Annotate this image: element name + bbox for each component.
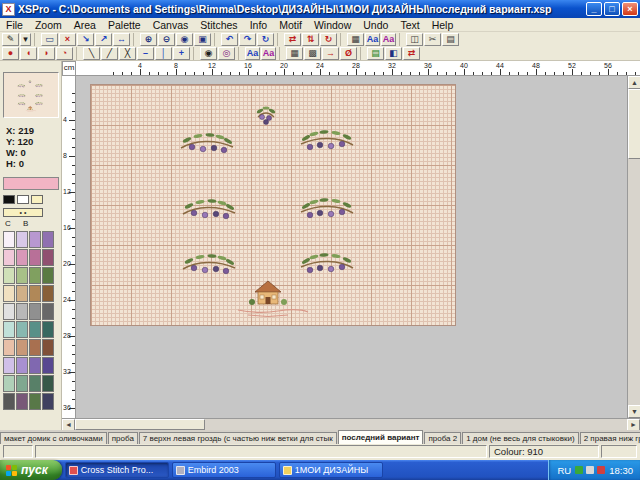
menu-info[interactable]: Info — [244, 18, 274, 32]
french-knot-tool[interactable]: ◉ — [200, 47, 217, 60]
cut-button[interactable]: ✂ — [424, 33, 441, 46]
bead-tool[interactable]: ◎ — [218, 47, 235, 60]
thread-swatch-2[interactable] — [31, 195, 43, 204]
palette-swatch[interactable] — [29, 267, 41, 284]
draw-direction[interactable]: → — [322, 47, 339, 60]
menu-palette[interactable]: Palette — [102, 18, 147, 32]
clear-selection[interactable]: × — [59, 33, 76, 46]
palette-swatch[interactable] — [16, 303, 28, 320]
menu-zoom[interactable]: Zoom — [29, 18, 68, 32]
palette-swatch[interactable] — [29, 231, 41, 248]
palette-swatch[interactable] — [42, 267, 54, 284]
menu-undo[interactable]: Undo — [357, 18, 394, 32]
palette-swatch[interactable] — [16, 285, 28, 302]
vertical-scrollbar[interactable]: ▲ ▼ — [627, 76, 640, 418]
menu-canvas[interactable]: Canvas — [147, 18, 195, 32]
tray-icon-1[interactable] — [586, 466, 594, 474]
palette-swatch[interactable] — [16, 375, 28, 392]
menu-text[interactable]: Text — [394, 18, 425, 32]
palette-swatch[interactable] — [3, 231, 15, 248]
backstitch-diag-up[interactable]: ╱ — [101, 47, 118, 60]
blend-swatch[interactable]: • • — [3, 208, 43, 217]
palette-swatch[interactable] — [16, 249, 28, 266]
palette-swatch[interactable] — [42, 393, 54, 410]
quarter-stitch[interactable]: ◔ — [56, 47, 73, 60]
text-tool-small[interactable]: Aa — [245, 47, 260, 60]
motif-repeat[interactable]: ▩ — [304, 47, 321, 60]
palette-swatch[interactable] — [16, 339, 28, 356]
palette-swatch[interactable] — [42, 339, 54, 356]
pattern-tab-6[interactable]: 2 правая ниж гр — [580, 432, 640, 444]
palette-swatch[interactable] — [29, 303, 41, 320]
grid-toggle[interactable]: ▦ — [347, 33, 364, 46]
full-stitch-tool[interactable]: ● — [2, 47, 19, 60]
palette-swatch[interactable] — [3, 285, 15, 302]
refresh-view[interactable]: ↻ — [257, 33, 274, 46]
font-normal[interactable]: Aa — [365, 33, 380, 46]
minimize-button[interactable]: _ — [586, 2, 602, 16]
arrow-up-right[interactable]: ↗ — [95, 33, 112, 46]
palette-swatch[interactable] — [3, 321, 15, 338]
thread-swatch-1[interactable] — [17, 195, 29, 204]
close-button[interactable]: × — [622, 2, 638, 16]
palette-swatch[interactable] — [3, 249, 15, 266]
taskbar-task-2[interactable]: 1МОИ ДИЗАЙНЫ — [279, 462, 383, 478]
palette-swatch[interactable] — [29, 285, 41, 302]
pattern-tab-0[interactable]: макет домик с оливочками — [0, 432, 107, 444]
menu-motif[interactable]: Motif — [273, 18, 308, 32]
palette-swatch[interactable] — [29, 375, 41, 392]
pan-tool[interactable]: ↔ — [113, 33, 130, 46]
flip-vertical[interactable]: ⇅ — [302, 33, 319, 46]
palette-swatch[interactable] — [16, 321, 28, 338]
palette-swatch[interactable] — [29, 357, 41, 374]
backstitch-vertical[interactable]: │ — [155, 47, 172, 60]
vertical-scroll-thumb[interactable] — [628, 89, 640, 159]
palette-swatch[interactable] — [16, 357, 28, 374]
pattern-tab-3[interactable]: последний вариант — [338, 430, 424, 444]
palette-swatch[interactable] — [16, 231, 28, 248]
flip-horizontal[interactable]: ⇄ — [284, 33, 301, 46]
backstitch-diag-down[interactable]: ╲ — [83, 47, 100, 60]
start-button[interactable]: пуск — [0, 460, 62, 480]
redo-button[interactable]: ↷ — [239, 33, 256, 46]
menu-window[interactable]: Window — [308, 18, 357, 32]
palette-swatch[interactable] — [42, 231, 54, 248]
palette-swatch[interactable] — [29, 393, 41, 410]
backstitch-cross[interactable]: ╳ — [119, 47, 136, 60]
copy-button[interactable]: ◫ — [406, 33, 423, 46]
palette-swatch[interactable] — [16, 393, 28, 410]
tray-icon-0[interactable] — [575, 466, 583, 474]
paste-button[interactable]: ▤ — [442, 33, 459, 46]
palette-swatch[interactable] — [3, 393, 15, 410]
no-stitch[interactable]: Ø — [340, 47, 357, 60]
zoom-in[interactable]: ⊕ — [140, 33, 157, 46]
palette-swatch[interactable] — [3, 357, 15, 374]
menu-stitches[interactable]: Stitches — [194, 18, 243, 32]
horizontal-scroll-thumb[interactable] — [75, 419, 205, 430]
undo-button[interactable]: ↶ — [221, 33, 238, 46]
pattern-tab-2[interactable]: 7 верхн левая гроздь (с частью ниж ветки… — [139, 432, 337, 444]
pattern-tab-1[interactable]: проба — [108, 432, 138, 444]
half-stitch-left[interactable]: ◖ — [20, 47, 37, 60]
palette-swatch[interactable] — [3, 375, 15, 392]
palette-swatch[interactable] — [42, 357, 54, 374]
palette-swatch[interactable] — [3, 339, 15, 356]
palette-swatch[interactable] — [3, 303, 15, 320]
horizontal-scrollbar[interactable]: ◄ ► — [62, 418, 640, 430]
language-indicator[interactable]: RU — [557, 465, 571, 476]
text-tool-large[interactable]: Aa — [261, 47, 276, 60]
zoom-fit[interactable]: ▣ — [194, 33, 211, 46]
select-rect-tool[interactable]: ▭ — [41, 33, 58, 46]
palette-swatch[interactable] — [42, 303, 54, 320]
palette-swatch[interactable] — [29, 249, 41, 266]
pencil-tool[interactable]: ✎ — [2, 33, 19, 46]
zoom-out[interactable]: ⊖ — [158, 33, 175, 46]
palette-swatch[interactable] — [29, 321, 41, 338]
palette-swatch[interactable] — [42, 285, 54, 302]
color-picker[interactable]: ◧ — [385, 47, 402, 60]
palette-swatch[interactable] — [3, 267, 15, 284]
pattern-tab-4[interactable]: проба 2 — [424, 432, 461, 444]
arrow-down-right[interactable]: ↘ — [77, 33, 94, 46]
palette-editor[interactable]: ▤ — [367, 47, 384, 60]
rotate-motif[interactable]: ↻ — [320, 33, 337, 46]
